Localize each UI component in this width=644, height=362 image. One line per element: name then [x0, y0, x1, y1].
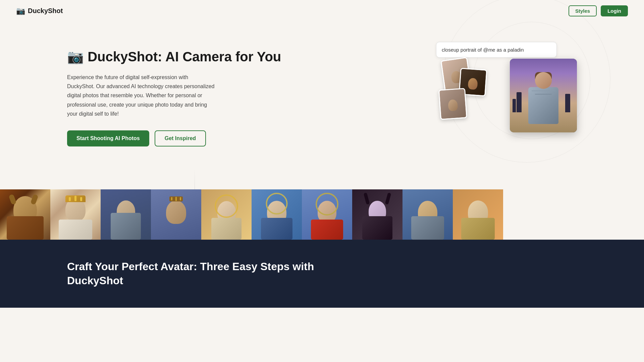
hero-left: 📷 DuckyShot: AI Camera for You Experienc…: [67, 42, 436, 146]
start-shooting-button[interactable]: Start Shooting AI Photos: [67, 130, 149, 146]
demo-generated-image: [510, 59, 577, 132]
hero-title: 📷 DuckyShot: AI Camera for You: [67, 49, 416, 65]
bottom-section: Craft Your Perfect Avatar: Three Easy St…: [0, 240, 644, 308]
demo-photo-3: [438, 88, 467, 120]
gallery-strip: [0, 189, 644, 240]
bottom-title-line2: DuckyShot: [67, 275, 123, 287]
get-inspired-button[interactable]: Get Inspired: [155, 130, 206, 146]
logo: 📷 DuckyShot: [16, 7, 63, 15]
hero-buttons: Start Shooting AI Photos Get Inspired: [67, 130, 416, 146]
bottom-title-line1: Craft Your Perfect Avatar: Three Easy St…: [67, 260, 314, 273]
demo-prompt-input[interactable]: closeup portrait of @me as a paladin: [436, 42, 557, 58]
hero-title-icon: 📷: [67, 49, 84, 64]
hero-title-suffix: : AI Camera for You: [158, 49, 281, 64]
hero-title-brand: DuckyShot: [88, 49, 158, 64]
gallery-item: [453, 189, 503, 240]
gallery-item: [0, 189, 50, 240]
gallery-item: [101, 189, 151, 240]
hero-right: closeup portrait of @me as a paladin: [436, 42, 577, 149]
gallery-item: [151, 189, 201, 240]
demo-photos-stack: [436, 59, 483, 126]
hero-section: 📷 DuckyShot: AI Camera for You Experienc…: [0, 22, 644, 183]
demo-container: closeup portrait of @me as a paladin: [436, 42, 577, 149]
gallery-item: [402, 189, 453, 240]
gallery-item: [252, 189, 302, 240]
bottom-title: Craft Your Perfect Avatar: Three Easy St…: [67, 260, 577, 288]
gallery-item: [352, 189, 402, 240]
logo-icon: 📷: [16, 7, 25, 15]
hero-description: Experience the future of digital self-ex…: [67, 73, 215, 118]
gallery-item: [50, 189, 101, 240]
login-button[interactable]: Login: [601, 5, 628, 16]
gallery-item: [302, 189, 352, 240]
logo-text: DuckyShot: [28, 7, 63, 15]
gallery-item: [201, 189, 252, 240]
